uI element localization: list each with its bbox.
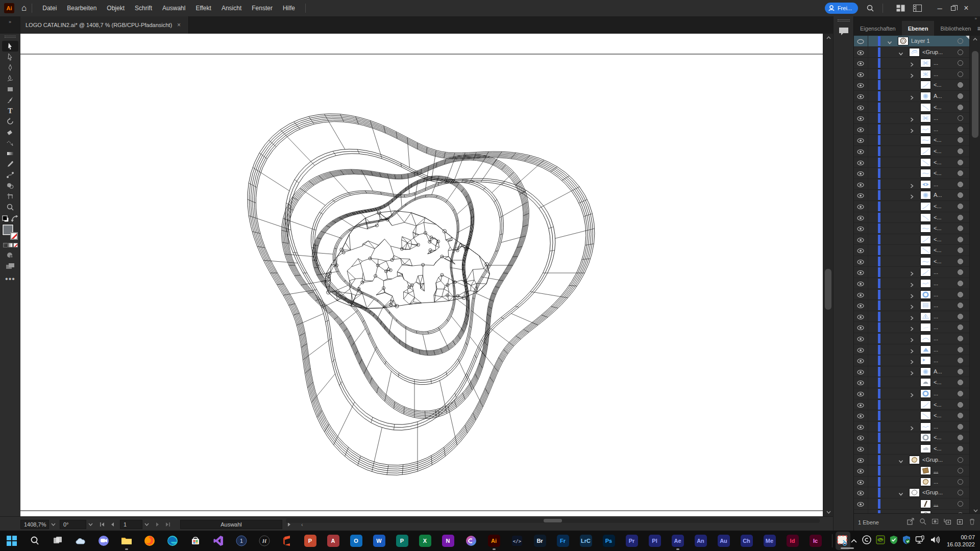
visibility-eye-icon[interactable] bbox=[856, 379, 865, 386]
layer-thumbnail[interactable] bbox=[920, 213, 931, 222]
layer-thumbnail[interactable] bbox=[920, 312, 931, 321]
target-circle-icon[interactable] bbox=[958, 82, 963, 88]
layer-name[interactable]: <... bbox=[934, 148, 942, 154]
swap-fill-stroke-icon[interactable] bbox=[11, 215, 18, 222]
visibility-eye-icon[interactable] bbox=[856, 247, 865, 254]
curvature-tool[interactable] bbox=[2, 73, 18, 84]
taskbar-powerpoint[interactable]: P bbox=[299, 531, 322, 551]
target-circle-icon[interactable] bbox=[958, 435, 963, 440]
layer-name[interactable]: ... bbox=[934, 313, 938, 319]
direct-selection-tool[interactable] bbox=[2, 52, 18, 62]
chevron-right-icon[interactable] bbox=[909, 192, 915, 202]
layer-row[interactable]: <Grup... bbox=[854, 47, 980, 58]
visibility-eye-icon[interactable] bbox=[856, 302, 865, 309]
pen-tool[interactable] bbox=[2, 62, 18, 73]
tray-clock[interactable]: 00:0716.03.2022 bbox=[947, 534, 975, 548]
target-circle-icon[interactable] bbox=[958, 303, 963, 308]
visibility-eye-icon[interactable] bbox=[856, 479, 865, 485]
layer-name[interactable]: ... bbox=[934, 291, 938, 297]
taskbar-illustrator[interactable]: Ai bbox=[482, 531, 505, 551]
layer-name[interactable]: ... bbox=[934, 390, 938, 396]
taskbar-visual-studio[interactable] bbox=[207, 531, 230, 551]
panel-scrollbar[interactable] bbox=[969, 36, 980, 513]
layer-row[interactable]: <... bbox=[854, 102, 980, 113]
vertical-scrollbar[interactable] bbox=[823, 34, 833, 516]
chevron-right-icon[interactable] bbox=[909, 269, 915, 279]
layer-name[interactable]: <... bbox=[934, 137, 942, 143]
layer-row[interactable]: A... bbox=[854, 366, 980, 378]
layer-row[interactable]: ... bbox=[854, 267, 980, 278]
target-circle-icon[interactable] bbox=[958, 192, 963, 198]
menu-bearbeiten[interactable]: Bearbeiten bbox=[62, 0, 102, 16]
chevron-right-icon[interactable] bbox=[909, 347, 915, 356]
visibility-eye-icon[interactable] bbox=[856, 280, 865, 287]
taskbar-onenote[interactable]: N bbox=[436, 531, 459, 551]
target-circle-icon[interactable] bbox=[958, 115, 963, 121]
visibility-eye-icon[interactable] bbox=[856, 258, 865, 265]
new-layer-icon[interactable] bbox=[956, 518, 963, 527]
scroll-down-icon[interactable] bbox=[823, 508, 834, 516]
chevron-right-icon[interactable] bbox=[909, 115, 915, 124]
menu-hilfe[interactable]: Hilfe bbox=[278, 0, 300, 16]
layer-row[interactable]: <... bbox=[854, 80, 980, 91]
layer-name[interactable]: <Grup... bbox=[922, 457, 943, 463]
next-page-icon[interactable] bbox=[156, 522, 160, 527]
shape-builder-tool[interactable] bbox=[2, 180, 18, 191]
layer-name[interactable]: A... bbox=[934, 192, 942, 198]
layer-name[interactable]: ... bbox=[934, 346, 938, 353]
menu-auswahl[interactable]: Auswahl bbox=[157, 0, 190, 16]
share-document-button[interactable]: Frei... bbox=[825, 3, 858, 14]
visibility-eye-icon[interactable] bbox=[856, 82, 865, 88]
workspace-panel-icon[interactable] bbox=[913, 5, 922, 12]
layer-thumbnail[interactable] bbox=[920, 356, 931, 365]
visibility-eye-icon[interactable] bbox=[856, 324, 865, 331]
layer-thumbnail[interactable] bbox=[909, 48, 920, 57]
visibility-eye-icon[interactable] bbox=[856, 445, 865, 452]
layer-row[interactable]: ... bbox=[854, 179, 980, 190]
visibility-eye-icon[interactable] bbox=[856, 236, 865, 243]
panel-menu-icon[interactable]: ≡ bbox=[977, 21, 980, 36]
visibility-eye-icon[interactable] bbox=[856, 225, 865, 232]
visibility-eye-icon[interactable] bbox=[856, 357, 865, 364]
layer-row[interactable]: ... bbox=[854, 311, 980, 322]
delete-layer-icon[interactable] bbox=[968, 518, 975, 527]
layer-thumbnail[interactable] bbox=[920, 301, 931, 310]
taskbar-camera-app[interactable]: </> bbox=[505, 531, 528, 551]
selection-tool[interactable] bbox=[2, 41, 18, 52]
layer-name[interactable]: <... bbox=[934, 170, 942, 176]
target-circle-icon[interactable] bbox=[958, 93, 963, 99]
layer-thumbnail[interactable] bbox=[920, 367, 931, 376]
document-tab[interactable]: LOGO CATALIN2.ai* @ 1408,7 % (RGB/CPU-Pf… bbox=[20, 16, 189, 34]
taskbar-fresco[interactable]: Fr bbox=[551, 531, 574, 551]
layer-name[interactable]: <... bbox=[934, 402, 942, 408]
close-icon[interactable]: × bbox=[960, 2, 973, 15]
page-number-field[interactable]: 1 bbox=[120, 520, 142, 529]
layer-thumbnail[interactable] bbox=[920, 180, 931, 189]
taskbar-bridge[interactable]: Br bbox=[528, 531, 551, 551]
target-circle-icon[interactable] bbox=[958, 60, 963, 66]
target-circle-icon[interactable] bbox=[958, 413, 963, 418]
gradient-tool[interactable] bbox=[2, 148, 18, 159]
target-circle-icon[interactable] bbox=[958, 314, 963, 319]
chevron-right-icon[interactable] bbox=[909, 369, 915, 378]
layer-row[interactable]: <... bbox=[854, 410, 980, 421]
panel-scroll-thumb[interactable] bbox=[972, 51, 978, 138]
zoom-level-field[interactable]: 1408,7% bbox=[20, 520, 49, 529]
layer-name[interactable]: ... bbox=[934, 280, 938, 286]
layer-name[interactable]: ... bbox=[934, 423, 938, 430]
target-circle-icon[interactable] bbox=[958, 182, 963, 187]
target-circle-icon[interactable] bbox=[958, 237, 963, 242]
zoom-dropdown-icon[interactable] bbox=[51, 523, 56, 526]
layer-row[interactable]: ... bbox=[854, 278, 980, 289]
stroke-swatch-none[interactable] bbox=[10, 232, 18, 240]
visibility-eye-icon[interactable] bbox=[856, 71, 865, 78]
creative-cloud-tray-icon[interactable] bbox=[862, 535, 871, 546]
shield-blue-icon[interactable] bbox=[902, 535, 911, 546]
visibility-eye-icon[interactable] bbox=[856, 126, 865, 133]
layer-name[interactable]: <... bbox=[934, 445, 942, 452]
target-circle-icon[interactable] bbox=[958, 490, 963, 495]
layer-name[interactable]: <... bbox=[934, 159, 942, 165]
layer-thumbnail[interactable] bbox=[920, 378, 931, 387]
target-circle-icon[interactable] bbox=[958, 479, 963, 485]
layer-thumbnail[interactable] bbox=[909, 456, 920, 464]
